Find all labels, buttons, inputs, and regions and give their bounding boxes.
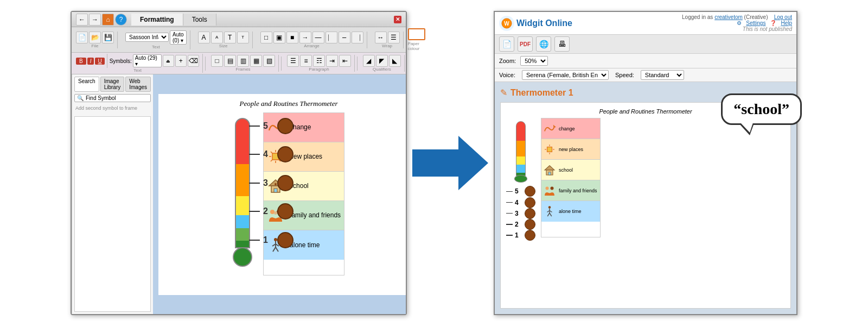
speed-select[interactable]: Standard: [641, 70, 684, 80]
size-icon2[interactable]: A: [211, 32, 223, 43]
scale-num-5: 5: [263, 121, 274, 131]
widgit-globe-icon[interactable]: 🌐: [536, 36, 551, 52]
arrange-label: Arrange: [304, 43, 319, 48]
help-link[interactable]: Help: [781, 20, 792, 26]
search-tab-image[interactable]: Image Library: [100, 77, 125, 92]
widgit-scale-num-1: 1: [515, 231, 522, 239]
qualifier-icon3[interactable]: ◣: [389, 55, 401, 67]
save-icon[interactable]: 💾: [102, 32, 114, 43]
italic-btn[interactable]: I: [87, 58, 94, 65]
frame-icon5[interactable]: ▧: [263, 55, 275, 67]
arrange-icon5[interactable]: —: [312, 32, 324, 43]
frame-icon3[interactable]: ▥: [237, 55, 249, 67]
divider-sym: [107, 54, 107, 68]
widgit-doc-icon[interactable]: 📄: [499, 36, 514, 52]
size-icon3[interactable]: T: [224, 32, 236, 43]
home-icon[interactable]: ⌂: [102, 14, 114, 26]
open-icon[interactable]: 📂: [89, 32, 101, 43]
align-left-icon[interactable]: ☰: [287, 55, 299, 67]
level-text-2: family and friends: [288, 211, 344, 219]
search-placeholder: Find Symbol: [86, 95, 116, 101]
change-symbol-icon[interactable]: ⏏: [163, 55, 174, 67]
wrap-icon1[interactable]: ↔: [375, 32, 387, 43]
window-close-button[interactable]: ✕: [394, 16, 401, 23]
widgit-level-row-3: school: [541, 160, 600, 180]
arrow-container: [407, 0, 494, 326]
add-symbol-icon[interactable]: +: [175, 55, 187, 67]
thermometer-left: 5 4 3: [233, 112, 252, 275]
align-right-icon[interactable]: ☶: [313, 55, 325, 67]
voice-select[interactable]: Serena (Female, British English): [522, 70, 609, 80]
scale-num-3: 3: [263, 178, 274, 188]
svg-point-36: [551, 186, 554, 190]
settings-link[interactable]: Settings: [746, 20, 765, 26]
logout-link[interactable]: Log out: [774, 14, 792, 20]
delete-symbol-icon[interactable]: ⌫: [188, 55, 199, 67]
search-tab-web[interactable]: Web Images: [125, 77, 151, 92]
frame-icon2[interactable]: ▤: [224, 55, 236, 67]
speech-bubble: “school”: [721, 93, 802, 125]
widgit-level-text-2: family and friends: [558, 188, 600, 193]
outdent-icon[interactable]: ⇤: [339, 55, 351, 67]
widgit-pdf-icon[interactable]: PDF: [518, 36, 533, 52]
widgit-thermo-left: 5 4 3: [506, 118, 535, 237]
divider6: [205, 57, 206, 71]
frame-icon1[interactable]: □: [211, 55, 223, 67]
widgit-scale-2: 2: [506, 219, 535, 230]
frame-icon4[interactable]: ▦: [250, 55, 262, 67]
text-size[interactable]: Auto (0) ▾: [170, 30, 187, 45]
widgit-logo-text: Widgit Online: [516, 18, 572, 28]
tools-tab[interactable]: Tools: [183, 14, 216, 26]
widgit-scale-5: 5: [506, 186, 535, 197]
toolbar-symbols-section: B I U Symbols: Auto (29) ▾ ⏏ + ⌫ Text: [73, 54, 203, 73]
widgit-level-text-3: school: [558, 167, 600, 173]
nav-back-icon[interactable]: ←: [76, 14, 88, 26]
username-link[interactable]: creativetom: [714, 14, 743, 20]
qualifier-icon2[interactable]: ◤: [376, 55, 388, 67]
widgit-face-4: [525, 197, 535, 208]
scale-3: 3: [249, 175, 293, 191]
arrange-icon4[interactable]: →: [299, 32, 311, 43]
arrange-icon6[interactable]: ⎸: [326, 32, 337, 43]
doc-title: Thermometer 1: [510, 88, 573, 98]
logged-in-label: Logged in as: [682, 14, 713, 20]
widgit-face-1: [525, 230, 535, 241]
help-icon: ❓: [770, 20, 776, 26]
widgit-level-text-4: new places: [558, 147, 600, 152]
pencil-icon: ✎: [500, 87, 507, 98]
help-icon[interactable]: ?: [115, 14, 127, 26]
arrange-icon7[interactable]: ⎼: [339, 32, 350, 43]
frame-section: □ ▤ ▥ ▦ ▧ Frames: [208, 55, 279, 72]
qualifier-icon1[interactable]: ◢: [363, 55, 375, 67]
size-icon1[interactable]: A: [198, 32, 210, 43]
indent-icon[interactable]: ⇥: [326, 55, 338, 67]
scale-2: 2: [249, 203, 293, 220]
thermo-bulb: [233, 247, 252, 267]
window-titlebar: ← → ⌂ ? Formatting Tools ✕: [72, 12, 406, 27]
speed-label: Speed:: [615, 72, 634, 78]
underline-btn[interactable]: U: [95, 58, 104, 65]
search-input-bar[interactable]: 🔍 Find Symbol: [74, 94, 151, 102]
new-icon[interactable]: 📄: [76, 32, 88, 43]
arrange-icon8[interactable]: ⎹: [352, 32, 363, 43]
arrange-icon3[interactable]: ■: [286, 32, 298, 43]
widgit-print-icon[interactable]: 🖶: [554, 36, 570, 52]
symbols-btn[interactable]: B: [76, 58, 86, 65]
size-icon4[interactable]: T: [237, 32, 249, 43]
widgit-level-icon-4: [541, 139, 558, 160]
widgit-scale-num-4: 4: [515, 199, 522, 206]
wrap-icon2[interactable]: ☰: [388, 32, 400, 43]
formatting-tab[interactable]: Formatting: [131, 14, 183, 26]
widgit-scale-num-5: 5: [515, 187, 522, 195]
level-text-4: new places: [288, 153, 344, 160]
align-center-icon[interactable]: ≡: [300, 55, 312, 67]
zoom-select[interactable]: 50%: [520, 56, 548, 66]
nav-forward-icon[interactable]: →: [89, 14, 101, 26]
font-select[interactable]: Sassoon Infant: [125, 33, 169, 42]
arrange-icon2[interactable]: ▣: [273, 32, 285, 43]
paragraph-label: Paragraph: [309, 67, 329, 72]
face-5: [277, 118, 293, 134]
arrange-icon1[interactable]: □: [260, 32, 272, 43]
symbols-select[interactable]: Auto (29) ▾: [133, 54, 162, 67]
search-tab-search[interactable]: Search: [74, 77, 99, 92]
